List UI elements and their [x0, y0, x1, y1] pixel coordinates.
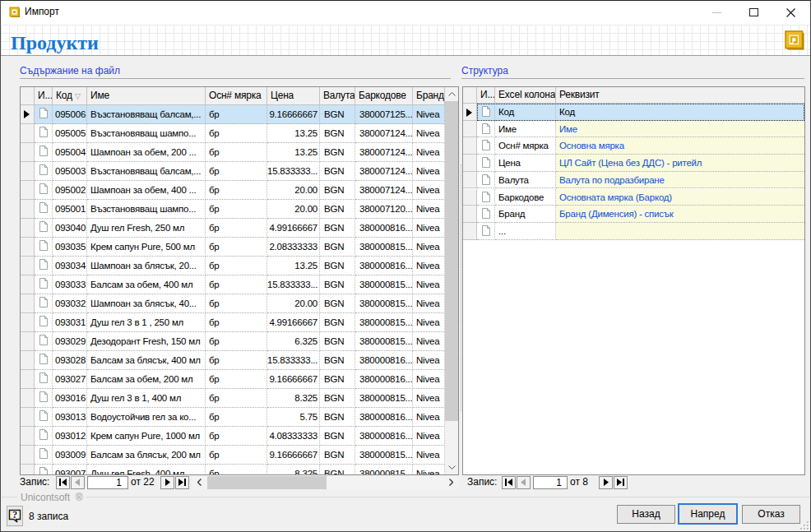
svg-text:?: ?	[12, 509, 17, 520]
